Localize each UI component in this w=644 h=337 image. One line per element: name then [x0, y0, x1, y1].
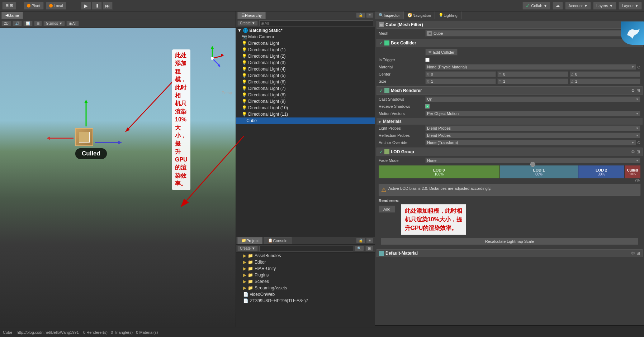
project-item-plugins[interactable]: ▶📁 Plugins: [236, 272, 375, 278]
project-tab[interactable]: 📁 Project: [237, 237, 262, 244]
console-tab[interactable]: 📋 Console: [264, 237, 291, 244]
lod-settings[interactable]: ⊞: [636, 149, 640, 154]
recalc-btn[interactable]: Recalculate Lightmap Scale: [381, 238, 638, 245]
hierarchy-item-light2[interactable]: 💡 Directional Light (2): [236, 53, 375, 59]
anchor-circle-btn[interactable]: ⊙: [637, 140, 640, 145]
edit-collider-btn[interactable]: ✏ Edit Collider: [425, 49, 458, 56]
size-y-field[interactable]: Y 1: [497, 78, 568, 84]
svg-marker-12: [118, 141, 122, 144]
project-lock-btn[interactable]: 🔒: [356, 238, 365, 243]
play-btn[interactable]: ▶: [81, 2, 91, 10]
pivot-btn[interactable]: Pivot: [24, 2, 43, 10]
project-item-videoonweb[interactable]: 📄 videoOnWeb: [236, 291, 375, 298]
hierarchy-item-cube[interactable]: Cube: [236, 117, 375, 124]
material-dropdown[interactable]: None (Physic Material): [425, 64, 636, 70]
hierarchy-item-light8[interactable]: 💡 Directional Light (8): [236, 92, 375, 98]
lod-group-header[interactable]: ✓ LOD Group ⚙ ⊞: [377, 148, 643, 156]
svg-marker-8: [84, 100, 88, 103]
mesh-renderer-header[interactable]: ✓ Mesh Renderer ⚙ ⊞: [377, 86, 643, 95]
motion-vectors-dropdown[interactable]: Per Object Motion: [425, 111, 640, 116]
screen-btn[interactable]: ⊞: [34, 21, 42, 26]
hierarchy-root-item[interactable]: ▼ 🌐 Batching Static*: [236, 27, 375, 34]
cloud-btn[interactable]: ☁: [553, 2, 563, 10]
lod-culled-segment[interactable]: Culled 10%: [625, 165, 640, 178]
is-trigger-checkbox[interactable]: [425, 58, 430, 62]
mesh-filter-header[interactable]: ⊞ Cube (Mesh Filter) ⚙ ⊞: [377, 21, 643, 29]
hierarchy-toolbar: Create ▼: [236, 19, 375, 27]
lod-gear[interactable]: ⚙: [631, 149, 635, 154]
gizmos-btn[interactable]: Gizmos ▼: [43, 21, 65, 26]
fade-mode-value: None: [427, 158, 436, 163]
pause-btn[interactable]: ⏸: [92, 2, 102, 10]
hierarchy-tab[interactable]: ☰ Hierarchy: [237, 12, 266, 19]
hierarchy-item-light3[interactable]: 💡 Directional Light (3): [236, 59, 375, 66]
size-x-field[interactable]: X 1: [425, 78, 496, 84]
project-item-assetbundles[interactable]: ▶📁 AssetBundles: [236, 252, 375, 259]
box-collider-header[interactable]: ✓ Box Collider ⚙ ⊞: [377, 39, 643, 47]
renderer-gear[interactable]: ⚙: [631, 88, 635, 93]
hierarchy-tab-label: Hierarchy: [245, 13, 262, 18]
lod-2-segment[interactable]: LOD 2 30%: [578, 165, 625, 178]
lod-0-segment[interactable]: LOD 0 100%: [379, 165, 500, 178]
2d-btn[interactable]: 2D: [1, 21, 11, 26]
center-z-field[interactable]: Z 0: [570, 71, 640, 77]
project-item-scenes[interactable]: ▶📁 Scenes: [236, 278, 375, 285]
add-btn[interactable]: Add: [379, 206, 395, 213]
step-btn[interactable]: ⏭: [103, 2, 113, 10]
stats-btn[interactable]: 📊: [23, 21, 33, 26]
sound-btn[interactable]: 🔊: [13, 21, 22, 26]
center-y-field[interactable]: Y 0: [497, 71, 568, 77]
transform-tool-btn[interactable]: ⊞ ⊟: [2, 2, 16, 10]
hierarchy-lock-btn[interactable]: 🔒: [356, 13, 365, 18]
hierarchy-item-light11[interactable]: 💡 Directional Light (11): [236, 111, 375, 117]
project-item-hiar[interactable]: ▶📁 HiAR-Unity: [236, 265, 375, 272]
renderer-settings[interactable]: ⊞: [636, 88, 640, 93]
hierarchy-item-light4[interactable]: 💡 Directional Light (4): [236, 66, 375, 72]
project-search-btn[interactable]: 🔍: [355, 246, 364, 251]
hierarchy-item-light0[interactable]: 💡 Directional Light: [236, 40, 375, 47]
mesh-value-field[interactable]: ⊞ Cube: [425, 30, 640, 37]
inspector-tab-navigation[interactable]: 🧭 Navigation: [404, 11, 435, 19]
material-gear[interactable]: ⚙: [631, 251, 635, 256]
hierarchy-more-btn[interactable]: ≡: [366, 13, 373, 18]
project-create-btn[interactable]: Create ▼: [237, 246, 258, 251]
layout-btn[interactable]: Layout ▼: [619, 2, 642, 10]
account-btn[interactable]: Account ▼: [565, 2, 591, 10]
lod-1-segment[interactable]: LOD 1 60%: [500, 165, 579, 178]
hierarchy-item-light6[interactable]: 💡 Directional Light (6): [236, 79, 375, 85]
cast-shadows-dropdown[interactable]: On: [425, 96, 640, 102]
project-item-streaming[interactable]: ▶📁 StreamingAssets: [236, 285, 375, 291]
inspector-tab-main[interactable]: 🔍 Inspector: [375, 11, 404, 19]
all-btn[interactable]: ◉All: [66, 21, 79, 26]
layers-btn[interactable]: Layers ▼: [593, 2, 616, 10]
project-item-zt399[interactable]: 📄 ZT399U8G~HPT95[TU~A8~)7: [236, 298, 375, 304]
lod-1-pct: 60%: [535, 172, 543, 176]
size-z-field[interactable]: Z 1: [570, 78, 640, 84]
material-settings[interactable]: ⊞: [636, 251, 640, 256]
project-more-btn[interactable]: ≡: [366, 238, 373, 243]
light-probes-dropdown[interactable]: Blend Probes: [425, 125, 640, 131]
receive-shadows-checkbox[interactable]: ✓: [425, 104, 430, 109]
hierarchy-search[interactable]: [259, 20, 373, 26]
hierarchy-item-light5[interactable]: 💡 Directional Light (5): [236, 72, 375, 79]
material-circle-btn[interactable]: ⊙: [637, 65, 640, 69]
anchor-override-dropdown[interactable]: None (Transform): [425, 140, 636, 145]
game-tab[interactable]: ◀ Game: [1, 12, 23, 19]
hierarchy-item-light9[interactable]: 💡 Directional Light (9): [236, 98, 375, 105]
hierarchy-item-light7[interactable]: 💡 Directional Light (7): [236, 85, 375, 92]
inspector-tab-lighting[interactable]: 💡 Lighting: [435, 11, 461, 19]
lod-0-pct: 100%: [435, 172, 444, 176]
materials-fold[interactable]: ▶ Materials: [377, 118, 643, 125]
project-item-editor[interactable]: ▶📁 Editor: [236, 259, 375, 265]
default-material-header[interactable]: Default-Material ⚙ ⊞: [377, 249, 643, 257]
hierarchy-item-camera[interactable]: 📷 Main Camera: [236, 34, 375, 40]
project-search[interactable]: [259, 246, 353, 251]
reflection-probes-dropdown[interactable]: Blend Probes: [425, 133, 640, 138]
project-filter-btn[interactable]: ⊞: [365, 246, 373, 251]
hierarchy-item-light10[interactable]: 💡 Directional Light (10): [236, 105, 375, 111]
hierarchy-create-btn[interactable]: Create ▼: [237, 20, 258, 26]
collab-btn[interactable]: ✓ Collab ▼: [522, 2, 550, 10]
local-btn[interactable]: Local: [46, 2, 66, 10]
hierarchy-item-light1[interactable]: 💡 Directional Light (1): [236, 47, 375, 53]
center-x-field[interactable]: X 0: [425, 71, 496, 77]
